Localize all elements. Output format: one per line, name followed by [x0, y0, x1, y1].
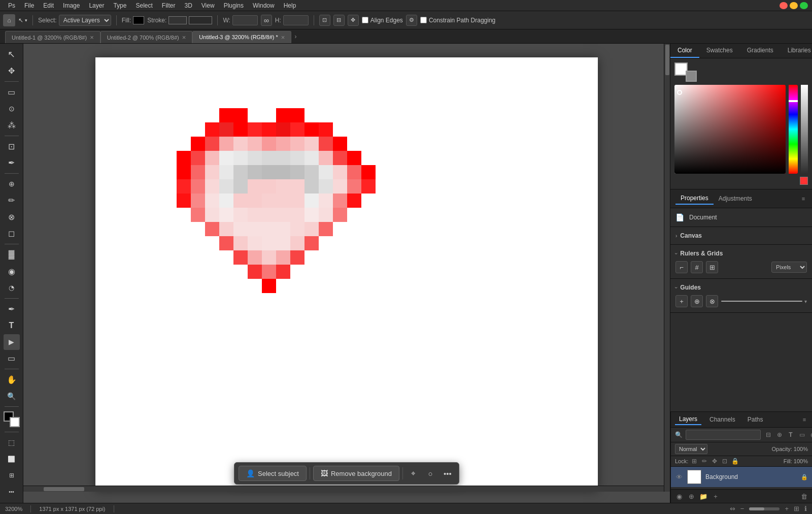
- vertical-scrollbar-thumb[interactable]: [665, 45, 669, 75]
- opacity-strip[interactable]: [801, 85, 808, 174]
- tab-channels[interactable]: Channels: [705, 414, 739, 425]
- menu-window[interactable]: Window: [249, 1, 279, 10]
- align-center-btn[interactable]: ⊟: [333, 15, 345, 26]
- tool-zoom[interactable]: 🔍: [4, 389, 20, 404]
- tool-dodge[interactable]: ◔: [4, 280, 20, 296]
- menu-image[interactable]: Image: [59, 1, 84, 10]
- menu-type[interactable]: Type: [109, 1, 130, 10]
- layers-search-input[interactable]: [686, 430, 761, 440]
- float-mask-btn[interactable]: ○: [423, 466, 437, 480]
- tool-eyedropper[interactable]: ✒: [4, 155, 20, 171]
- tab-color[interactable]: Color: [670, 44, 699, 58]
- tool-rect-select[interactable]: ▭: [4, 84, 20, 100]
- layer-filter-pixel-icon[interactable]: ⊟: [764, 430, 773, 439]
- tab-layers[interactable]: Layers: [675, 414, 701, 425]
- tab-1[interactable]: Untitled-2 @ 700% (RGB/8#) ×: [100, 31, 193, 43]
- color-gradient-picker[interactable]: [674, 85, 786, 174]
- info-icon[interactable]: ℹ: [804, 505, 807, 512]
- delete-layer-btn[interactable]: 🗑: [799, 491, 809, 501]
- guide-diagonal-btn[interactable]: ⊗: [706, 295, 718, 307]
- select-dropdown[interactable]: Active Layers: [59, 15, 111, 26]
- menu-layer[interactable]: Layer: [85, 1, 108, 10]
- width-input[interactable]: [232, 15, 258, 25]
- tool-artboard[interactable]: ⊞: [4, 468, 20, 484]
- zoom-out-icon[interactable]: −: [740, 505, 745, 512]
- tool-spot-heal[interactable]: ⊕: [4, 176, 20, 192]
- align-edges-checkbox[interactable]: [362, 17, 368, 23]
- hue-strip[interactable]: [789, 85, 798, 174]
- tab-gradients[interactable]: Gradients: [740, 44, 781, 58]
- add-filter-btn[interactable]: ◉: [674, 491, 684, 501]
- window-minimize-btn[interactable]: [790, 2, 798, 9]
- ruler-grid-btn[interactable]: #: [691, 261, 703, 273]
- settings-btn[interactable]: ⚙: [406, 15, 417, 26]
- constrain-checkbox[interactable]: [420, 17, 427, 23]
- vertical-scrollbar[interactable]: [664, 44, 670, 492]
- tab-2[interactable]: Untitled-3 @ 3200% (RGB/8#) * ×: [192, 31, 291, 43]
- tool-lasso[interactable]: ⊙: [4, 101, 20, 117]
- color-result-swatch[interactable]: [800, 177, 808, 185]
- layer-background[interactable]: 👁 Background 🔒: [671, 467, 812, 487]
- menu-3d[interactable]: 3D: [180, 1, 196, 10]
- ruler-pixel-btn[interactable]: ⊞: [706, 261, 718, 273]
- canvas-container[interactable]: [23, 44, 670, 503]
- window-maximize-btn[interactable]: [800, 2, 808, 9]
- guides-header[interactable]: › Guides: [675, 282, 807, 293]
- tab-paths[interactable]: Paths: [743, 414, 767, 425]
- tool-magic-wand[interactable]: ⁂: [4, 117, 20, 133]
- height-input[interactable]: [283, 15, 309, 25]
- rulers-header[interactable]: › Rulers & Grids: [675, 248, 807, 259]
- tool-brush[interactable]: ✏: [4, 192, 20, 208]
- menu-help[interactable]: Help: [280, 1, 300, 10]
- guide-add-btn[interactable]: +: [675, 295, 688, 307]
- canvas-header[interactable]: › Canvas: [675, 230, 807, 241]
- tool-shape[interactable]: ▭: [4, 351, 20, 367]
- layer-filter-smart-icon[interactable]: ◉: [808, 430, 812, 439]
- grid-icon[interactable]: ⊞: [794, 505, 799, 512]
- zoom-slider[interactable]: [749, 507, 780, 510]
- zoom-in-icon[interactable]: +: [785, 505, 789, 512]
- lock-move-icon[interactable]: ✥: [710, 457, 719, 465]
- tool-path-select[interactable]: ▶: [4, 334, 20, 350]
- tool-pen[interactable]: ✒: [4, 301, 20, 317]
- tool-hand[interactable]: ✋: [4, 372, 20, 388]
- tool-clone[interactable]: ⊗: [4, 209, 20, 225]
- menu-edit[interactable]: Edit: [39, 1, 58, 10]
- add-layer-btn[interactable]: +: [710, 491, 721, 501]
- menu-file[interactable]: File: [20, 1, 38, 10]
- guide-center-btn[interactable]: ⊕: [691, 295, 703, 307]
- tab-adjustments[interactable]: Adjustments: [714, 193, 757, 204]
- stroke-color-box[interactable]: [168, 16, 187, 24]
- tab-0-close[interactable]: ×: [90, 34, 94, 41]
- menu-ps[interactable]: Ps: [4, 1, 19, 10]
- blend-mode-select[interactable]: Normal: [675, 444, 707, 454]
- rulers-unit-select[interactable]: Pixels: [771, 262, 807, 273]
- menu-plugins[interactable]: Plugins: [220, 1, 248, 10]
- float-pin-btn[interactable]: ⌖: [406, 466, 420, 480]
- props-collapse-btn[interactable]: ≡: [800, 195, 807, 202]
- tabs-expand-btn[interactable]: ›: [294, 33, 296, 40]
- menu-select[interactable]: Select: [131, 1, 156, 10]
- stroke-style-box[interactable]: [189, 16, 212, 24]
- tab-1-close[interactable]: ×: [182, 34, 186, 41]
- tool-extra[interactable]: •••: [4, 485, 20, 500]
- align-justify-btn[interactable]: ⊡: [319, 15, 330, 26]
- lock-artboard-icon[interactable]: ⊡: [721, 457, 729, 465]
- tool-crop[interactable]: ⊡: [4, 139, 20, 154]
- add-adjustment-btn[interactable]: ⊕: [686, 491, 696, 501]
- tab-0[interactable]: Untitled-1 @ 3200% (RGB/8#) ×: [5, 31, 100, 43]
- fill-value[interactable]: 100%: [794, 458, 808, 464]
- tool-selection[interactable]: ↖: [4, 47, 20, 62]
- lock-transparency-icon[interactable]: ⊞: [690, 457, 698, 465]
- layers-collapse-btn[interactable]: ≡: [801, 416, 808, 423]
- fill-color-box[interactable]: [133, 16, 144, 24]
- tool-text[interactable]: T: [4, 317, 20, 333]
- background-color[interactable]: [10, 417, 20, 427]
- window-close-btn[interactable]: [780, 2, 788, 9]
- tool-blur[interactable]: ◉: [4, 264, 20, 279]
- tab-swatches[interactable]: Swatches: [699, 44, 740, 58]
- tab-properties[interactable]: Properties: [675, 192, 714, 205]
- tool-eraser[interactable]: ◻: [4, 226, 20, 242]
- link-dimensions-btn[interactable]: ∞: [261, 15, 272, 26]
- select-subject-button[interactable]: 👤 Select subject: [239, 466, 307, 481]
